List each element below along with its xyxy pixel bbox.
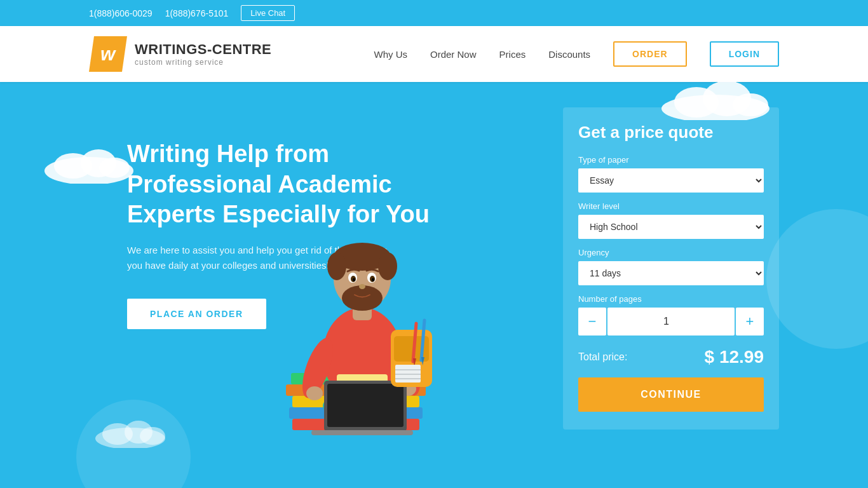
logo[interactable]: w WRITINGS-CENTRE custom writing service: [89, 36, 271, 72]
svg-rect-25: [311, 430, 413, 435]
topbar: 1(888)606-0029 1(888)676-5101 Live Chat: [0, 0, 868, 26]
main-content: Writing Help from Professional Academic …: [0, 82, 868, 488]
pages-plus-button[interactable]: +: [736, 308, 764, 336]
urgency-select[interactable]: 11 days 10 days 7 days 5 days 3 days 2 d…: [578, 261, 764, 285]
svg-point-36: [353, 278, 355, 281]
writer-level-label: Writer level: [578, 201, 764, 211]
phone1[interactable]: 1(888)606-0029: [89, 8, 153, 18]
live-chat-button[interactable]: Live Chat: [241, 5, 295, 21]
svg-point-37: [372, 278, 374, 281]
header: w WRITINGS-CENTRE custom writing service…: [0, 26, 868, 82]
pages-label: Number of pages: [578, 294, 764, 304]
phone2[interactable]: 1(888)676-5101: [165, 8, 229, 18]
svg-point-5: [99, 158, 130, 178]
logo-icon: w: [89, 36, 127, 72]
urgency-label: Urgency: [578, 248, 764, 257]
continue-button[interactable]: CONTINUE: [578, 377, 764, 412]
svg-rect-24: [327, 384, 403, 427]
type-of-paper-select[interactable]: Essay Research Paper Term Paper Disserta…: [578, 168, 764, 193]
nav-prices[interactable]: Prices: [499, 49, 526, 60]
total-row: Total price: $ 12.99: [578, 347, 764, 367]
svg-point-21: [306, 386, 323, 400]
nav-discounts[interactable]: Discounts: [548, 49, 590, 60]
left-content: Writing Help from Professional Academic …: [89, 101, 563, 488]
svg-point-30: [378, 252, 397, 280]
bg-blob-right: [766, 209, 868, 349]
place-order-button[interactable]: PLACE AN ORDER: [127, 299, 266, 329]
total-price: $ 12.99: [705, 347, 764, 367]
person-illustration: [254, 139, 496, 488]
cloud-bottom-left-icon: [89, 413, 172, 448]
svg-point-29: [327, 252, 346, 280]
right-content: Get a price quote Type of paper Essay Re…: [563, 101, 779, 488]
price-quote-title: Get a price quote: [578, 123, 764, 142]
nav-why-us[interactable]: Why Us: [374, 49, 408, 60]
order-button[interactable]: ORDER: [613, 41, 687, 67]
svg-rect-45: [395, 365, 421, 383]
total-label: Total price:: [578, 351, 627, 363]
cloud-bottom-left-decoration: [89, 413, 172, 451]
svg-text:w: w: [100, 43, 116, 64]
logo-name: WRITINGS-CENTRE: [135, 41, 271, 58]
pages-control: − +: [578, 308, 764, 336]
cloud-left-decoration: [38, 139, 140, 186]
cloud-left-icon: [38, 139, 140, 184]
type-of-paper-label: Type of paper: [578, 155, 764, 165]
pages-input[interactable]: [607, 308, 735, 336]
navigation: Why Us Order Now Prices Discounts ORDER …: [374, 41, 779, 67]
login-button[interactable]: LOGIN: [710, 41, 779, 67]
pages-minus-button[interactable]: −: [578, 308, 606, 336]
logo-subtitle: custom writing service: [135, 58, 271, 67]
price-quote-card: Get a price quote Type of paper Essay Re…: [563, 107, 779, 430]
svg-point-9: [140, 427, 165, 445]
svg-point-38: [359, 284, 365, 289]
illustration-area: [254, 139, 496, 488]
writer-level-select[interactable]: High School College University Master's …: [578, 215, 764, 239]
nav-order-now[interactable]: Order Now: [430, 49, 477, 60]
